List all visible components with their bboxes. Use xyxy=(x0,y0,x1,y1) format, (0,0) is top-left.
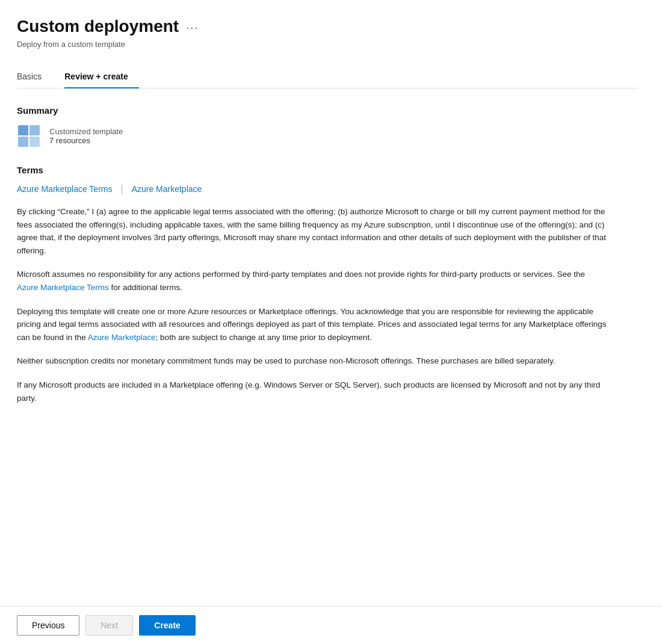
previous-button[interactable]: Previous xyxy=(17,615,79,636)
summary-template-label: Customized template xyxy=(49,127,123,136)
tab-review-create[interactable]: Review + create xyxy=(64,66,138,88)
terms-para2-link[interactable]: Azure Marketplace Terms xyxy=(17,283,109,292)
terms-para3-suffix: ; both are subject to change at any time… xyxy=(155,333,371,342)
template-icon xyxy=(17,124,41,148)
header-area: Custom deployment ··· xyxy=(17,17,638,36)
summary-item: Customized template 7 resources xyxy=(17,124,638,148)
summary-resources: 7 resources xyxy=(49,136,123,145)
terms-para-2: Microsoft assumes no responsibility for … xyxy=(17,268,607,294)
page-subtitle: Deploy from a custom template xyxy=(17,40,638,49)
azure-marketplace-terms-link[interactable]: Azure Marketplace Terms xyxy=(17,184,112,194)
terms-para-5: If any Microsoft products are included i… xyxy=(17,379,607,404)
terms-section: Terms Azure Marketplace Terms | Azure Ma… xyxy=(17,165,638,404)
svg-rect-3 xyxy=(29,137,40,147)
svg-rect-0 xyxy=(18,125,28,135)
summary-text: Customized template 7 resources xyxy=(49,127,123,145)
terms-para2-suffix: for additional terms. xyxy=(109,283,182,292)
terms-label: Terms xyxy=(17,165,638,175)
terms-para2-prefix: Microsoft assumes no responsibility for … xyxy=(17,270,585,279)
terms-links-row: Azure Marketplace Terms | Azure Marketpl… xyxy=(17,184,638,194)
tabs-row: Basics Review + create xyxy=(17,66,638,88)
terms-para-1: By clicking “Create,” I (a) agree to the… xyxy=(17,205,607,257)
terms-para-4: Neither subscription credits nor monetar… xyxy=(17,355,607,368)
svg-rect-2 xyxy=(18,137,28,147)
azure-marketplace-link[interactable]: Azure Marketplace xyxy=(132,184,202,194)
more-options-icon[interactable]: ··· xyxy=(186,22,199,34)
page-container: Custom deployment ··· Deploy from a cust… xyxy=(0,0,662,463)
bottom-bar: Previous Next Create xyxy=(0,606,662,644)
create-button[interactable]: Create xyxy=(139,615,196,636)
terms-para-3: Deploying this template will create one … xyxy=(17,305,607,344)
terms-para3-link[interactable]: Azure Marketplace xyxy=(88,333,156,342)
next-button: Next xyxy=(85,615,133,636)
terms-divider: | xyxy=(120,184,123,194)
page-title: Custom deployment xyxy=(17,17,179,36)
summary-label: Summary xyxy=(17,105,638,116)
svg-rect-1 xyxy=(29,125,40,135)
tab-basics[interactable]: Basics xyxy=(17,66,52,88)
